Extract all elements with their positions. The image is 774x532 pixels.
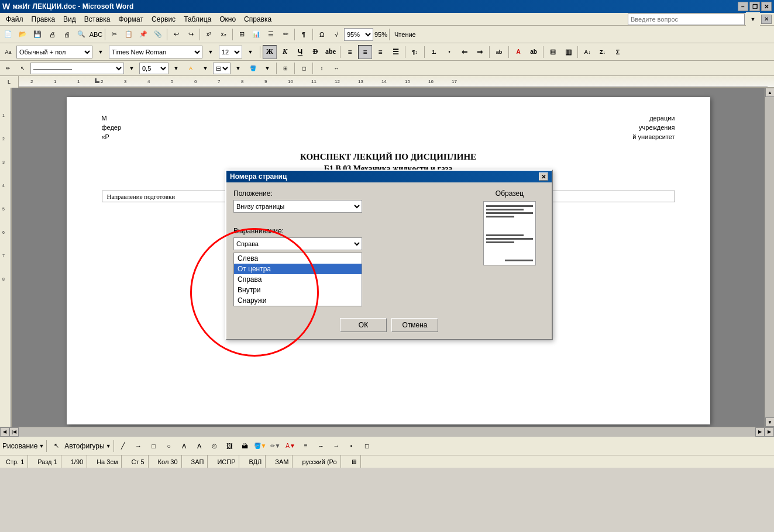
bot-rect-btn[interactable]: □ xyxy=(147,439,161,453)
superscript-button[interactable]: x² xyxy=(202,27,216,42)
undo-button[interactable]: ↩ xyxy=(169,27,183,42)
bot-line-btn[interactable]: ╱ xyxy=(116,439,130,453)
menu-help[interactable]: Справка xyxy=(240,14,275,25)
menu-insert[interactable]: Вставка xyxy=(81,14,114,25)
bot-diagram-btn[interactable]: ◎ xyxy=(208,439,222,453)
fill-color-btn[interactable]: 🪣 xyxy=(246,61,260,75)
bot-ellipse-btn[interactable]: ○ xyxy=(162,439,176,453)
border-color-btn[interactable]: A xyxy=(184,61,198,75)
decrease-indent-button[interactable]: ⇐ xyxy=(457,45,472,59)
h-scroll-track[interactable] xyxy=(19,427,755,437)
save-button[interactable]: 💾 xyxy=(30,27,44,42)
highlight-button[interactable]: ab xyxy=(527,45,541,59)
underline-button[interactable]: Ч xyxy=(293,45,307,59)
align-center-button[interactable]: ≡ xyxy=(358,45,372,59)
align-option-outside[interactable]: Снаружи xyxy=(234,295,362,306)
dialog-close-button[interactable]: ✕ xyxy=(539,172,548,181)
position-select[interactable]: Внизу страницы Вверху страницы xyxy=(233,200,362,213)
strikethrough-button[interactable]: D xyxy=(308,45,322,59)
draw-cursor-btn[interactable]: ↖ xyxy=(16,61,30,75)
paste-special-button[interactable]: 📎 xyxy=(151,27,165,42)
minimize-button[interactable]: − xyxy=(738,2,748,11)
shading-button[interactable]: ▥ xyxy=(561,45,575,59)
align-option-left[interactable]: Слева xyxy=(234,253,362,264)
numbering-button[interactable]: 1. xyxy=(427,45,441,59)
line-style-select[interactable]: —————— xyxy=(30,63,124,74)
bot-wordart-btn[interactable]: A xyxy=(192,439,207,453)
track-changes-button[interactable]: ab xyxy=(492,45,506,59)
bot-clipart-btn[interactable]: 🖼 xyxy=(223,439,237,453)
borders-button[interactable]: ⊟ xyxy=(546,45,560,59)
bot-fill-color-btn[interactable]: 🪣▼ xyxy=(253,439,267,453)
table-row-btn[interactable]: ↔ xyxy=(329,61,343,75)
bullets-button[interactable]: • xyxy=(442,45,456,59)
border-type-select[interactable]: ⊟ xyxy=(213,63,231,74)
size-more-btn[interactable]: ▼ xyxy=(243,45,257,59)
question-dropdown-arrow[interactable]: ▼ xyxy=(746,12,760,26)
open-button[interactable]: 📂 xyxy=(16,27,30,42)
draw-pencil-btn[interactable]: ✏ xyxy=(1,61,15,75)
sort-za-button[interactable]: Z↓ xyxy=(596,45,610,59)
status-layout-btn[interactable]: 🖥 xyxy=(347,455,361,468)
menu-edit[interactable]: Правка xyxy=(28,14,59,25)
insert-excel-button[interactable]: 📊 xyxy=(249,27,263,42)
bot-arrow-btn[interactable]: → xyxy=(132,439,146,453)
drawing-menu[interactable]: Рисование ▼ xyxy=(2,442,44,450)
scroll-track[interactable] xyxy=(765,97,774,417)
menu-file[interactable]: Файл xyxy=(2,14,27,25)
fill-more-btn[interactable]: ▼ xyxy=(260,61,274,75)
table-border-btn[interactable]: ⊞ xyxy=(278,61,293,75)
scroll-right-button[interactable]: ▶ xyxy=(755,427,765,437)
alignment-dropdown[interactable]: Слева От центра Справа Внутри Снаружи xyxy=(233,253,362,306)
ok-button[interactable]: ОК xyxy=(340,318,387,332)
line-weight-select[interactable]: 0,5 xyxy=(139,63,168,74)
page-start-button[interactable]: |◀ xyxy=(9,427,19,437)
alignment-select[interactable]: Справа xyxy=(233,237,362,250)
paste-button[interactable]: 📌 xyxy=(136,27,150,42)
print-button[interactable]: 🖨 xyxy=(60,27,74,42)
line-spacing-button[interactable]: ¶↕ xyxy=(408,45,422,59)
subscript-button[interactable]: x₂ xyxy=(216,27,231,42)
style-more-btn[interactable]: ▼ xyxy=(94,45,108,59)
font-color-button[interactable]: A xyxy=(511,45,525,59)
menu-tools[interactable]: Сервис xyxy=(148,14,179,25)
menu-window[interactable]: Окно xyxy=(216,14,239,25)
menu-table[interactable]: Таблица xyxy=(180,14,215,25)
bot-dash-btn[interactable]: -- xyxy=(314,439,328,453)
draw-button[interactable]: ✏ xyxy=(278,27,293,42)
redo-button[interactable]: ↪ xyxy=(184,27,198,42)
scroll-up-button[interactable]: ▲ xyxy=(765,88,774,97)
eraser-btn[interactable]: ◻ xyxy=(297,61,311,75)
reading-button[interactable]: Чтение xyxy=(391,27,419,42)
cancel-button[interactable]: Отмена xyxy=(391,318,438,332)
align-option-inside[interactable]: Внутри xyxy=(234,285,362,295)
insert-table-button[interactable]: ⊞ xyxy=(235,27,249,42)
cut-button[interactable]: ✂ xyxy=(107,27,121,42)
size-select[interactable]: 12 xyxy=(219,46,242,58)
symbol-button[interactable]: Ω xyxy=(315,27,329,42)
sum-button[interactable]: Σ xyxy=(611,45,625,59)
justify-button[interactable]: ☰ xyxy=(388,45,403,59)
border-type-more[interactable]: ▼ xyxy=(231,61,245,75)
align-option-center[interactable]: От центра xyxy=(234,264,362,274)
bot-font-color-btn[interactable]: A▼ xyxy=(284,439,298,453)
new-button[interactable]: 📄 xyxy=(1,27,15,42)
line-weight-more[interactable]: ▼ xyxy=(169,61,183,75)
bot-shadow-btn[interactable]: ▪ xyxy=(345,439,359,453)
close-button[interactable]: ✕ xyxy=(761,2,772,11)
increase-indent-button[interactable]: ⇒ xyxy=(473,45,487,59)
menu-view[interactable]: Вид xyxy=(60,14,80,25)
help-question-input[interactable] xyxy=(628,13,745,25)
table-col-btn[interactable]: ↕ xyxy=(315,61,329,75)
show-hide-button[interactable]: ¶ xyxy=(297,27,311,42)
restore-button[interactable]: ❐ xyxy=(749,2,760,11)
border-more-btn[interactable]: ▼ xyxy=(198,61,212,75)
copy-button[interactable]: 📋 xyxy=(122,27,136,42)
bot-textbox-btn[interactable]: A xyxy=(177,439,191,453)
sqrt-button[interactable]: √ xyxy=(329,27,343,42)
scroll-down-button[interactable]: ▼ xyxy=(765,417,774,427)
bot-line-color-btn[interactable]: ✏▼ xyxy=(269,439,283,453)
bot-3d-btn[interactable]: ◻ xyxy=(360,439,374,453)
align-option-right[interactable]: Справа xyxy=(234,274,362,285)
align-right-button[interactable]: ≡ xyxy=(373,45,387,59)
